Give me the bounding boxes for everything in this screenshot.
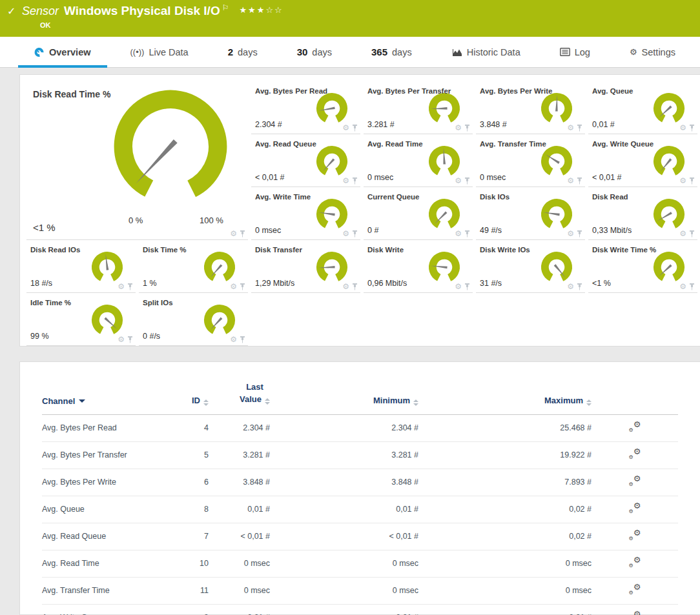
gauge-tile-avg-read-time[interactable]: Avg. Read Time 0 msec ⚙ [364,134,473,187]
pin-icon[interactable] [464,230,470,237]
gear-icon[interactable]: ⚙ [567,177,574,185]
channel-settings-icon[interactable]: ⚙⚙ [629,558,641,568]
gear-icon[interactable]: ⚙ [230,336,237,343]
tab-30-days[interactable]: 30 days [297,46,332,57]
pin-icon[interactable] [689,125,695,132]
channel-settings-icon[interactable]: ⚙⚙ [629,585,641,595]
tab-settings[interactable]: ⚙ Settings [630,47,675,57]
channel-name: Avg. Write Queue [42,604,178,615]
pin-icon[interactable] [464,283,470,290]
gear-icon[interactable]: ⚙ [342,283,349,290]
gauge-value: < 0,01 # [255,173,285,182]
gear-icon[interactable]: ⚙ [679,230,686,237]
gauge-tile-disk-ios[interactable]: Disk IOs 49 #/s ⚙ [476,187,585,240]
gear-icon[interactable]: ⚙ [118,283,125,290]
gear-icon[interactable]: ⚙ [118,336,125,343]
tab-label: Settings [642,47,675,57]
gear-icon[interactable]: ⚙ [342,177,349,185]
tab-overview[interactable]: Overview [34,46,91,57]
gear-icon[interactable]: ⚙ [679,177,686,185]
gauge-value: 49 #/s [480,226,502,235]
channel-settings-icon[interactable]: ⚙⚙ [629,612,641,615]
gauge-tile-avg-write-time[interactable]: Avg. Write Time 0 msec ⚙ [251,187,360,240]
tab-historic-data[interactable]: Historic Data [451,47,520,57]
gauge-value: 31 #/s [480,279,502,288]
pin-icon[interactable] [352,283,358,290]
gear-icon[interactable]: ⚙ [455,283,462,290]
gauge-tile-avg-read-queue[interactable]: Avg. Read Queue < 0,01 # ⚙ [251,134,360,187]
channel-settings-icon[interactable]: ⚙⚙ [629,476,641,487]
gauge-value: < 0,01 # [592,173,622,182]
gear-icon[interactable]: ⚙ [567,124,574,132]
gear-icon[interactable]: ⚙ [230,283,237,290]
pin-icon[interactable] [127,283,133,290]
pin-icon[interactable] [127,336,133,343]
gauge-tile-idle-time-pct[interactable]: Idle Time % 99 % ⚙ [26,293,136,346]
page-title: Windows Physical Disk I/O [64,4,220,18]
gauge-value: 1,29 Mbit/s [255,279,294,288]
pin-icon[interactable] [464,177,470,185]
sort-arrows-icon [413,399,418,406]
gauge-tile-disk-write-time-pct[interactable]: Disk Write Time % <1 % ⚙ [588,240,697,293]
gauge-tile-avg-queue[interactable]: Avg. Queue 0,01 # ⚙ [588,81,697,134]
gauge-tile-disk-transfer[interactable]: Disk Transfer 1,29 Mbit/s ⚙ [251,240,360,293]
gauge-tile-disk-read[interactable]: Disk Read 0,33 Mbit/s ⚙ [588,187,697,240]
gauge-value: 0 msec [367,173,393,182]
gauge-tile-disk-write[interactable]: Disk Write 0,96 Mbit/s ⚙ [364,240,473,293]
gear-icon[interactable]: ⚙ [679,124,686,132]
pin-icon[interactable] [577,125,582,132]
gauge-tile-disk-time-pct[interactable]: Disk Time % 1 % ⚙ [139,240,248,293]
pin-icon[interactable] [577,230,582,237]
pin-icon[interactable] [689,230,695,237]
gauge-label: Avg. Queue [592,87,633,95]
gear-icon[interactable]: ⚙ [567,230,574,237]
gear-icon[interactable]: ⚙ [455,124,462,132]
gauge-tile-disk-write-ios[interactable]: Disk Write IOs 31 #/s ⚙ [476,240,585,293]
pin-icon[interactable] [352,230,358,237]
gauge-tile-avg-write-queue[interactable]: Avg. Write Queue < 0,01 # ⚙ [588,134,697,187]
gear-icon[interactable]: ⚙ [455,177,462,185]
column-header-minimum[interactable]: Minimum [270,381,418,414]
pin-icon[interactable] [352,125,358,132]
column-header-maximum[interactable]: Maximum [418,381,592,414]
priority-stars[interactable]: ★★★☆☆ [239,5,283,15]
gauge-value: 3.848 # [480,120,507,129]
pin-icon[interactable] [577,283,582,290]
channel-settings-icon[interactable]: ⚙⚙ [629,449,641,459]
gear-icon[interactable]: ⚙ [342,124,349,132]
channel-settings-icon[interactable]: ⚙⚙ [629,422,641,432]
main-gauge-tile[interactable]: Disk Read Time % <1 % 0 % 100 % ⚙ [26,81,248,240]
gear-icon[interactable]: ⚙ [679,283,686,290]
gauge-tile-avg-bytes-per-write[interactable]: Avg. Bytes Per Write 3.848 # ⚙ [476,81,585,134]
gauge-tile-split-ios[interactable]: Split IOs 0 #/s ⚙ [139,293,248,346]
pin-icon[interactable] [689,283,695,290]
gauge-tile-current-queue[interactable]: Current Queue 0 # ⚙ [364,187,473,240]
tab-live-data[interactable]: ((•)) Live Data [130,47,189,57]
gauge-tile-avg-bytes-per-read[interactable]: Avg. Bytes Per Read 2.304 # ⚙ [251,81,360,134]
pin-icon[interactable] [689,177,695,185]
tab-log[interactable]: Log [560,47,590,57]
gauge-arc [313,90,351,127]
gear-icon[interactable]: ⚙ [230,230,237,237]
gear-icon[interactable]: ⚙ [567,283,574,290]
pin-icon[interactable] [240,283,245,290]
tab-2-days[interactable]: 2 days [228,46,258,57]
gear-icon[interactable]: ⚙ [455,230,462,237]
pin-icon[interactable] [464,125,470,132]
flag-icon[interactable]: ⚐ [222,3,229,12]
gauge-tile-avg-transfer-time[interactable]: Avg. Transfer Time 0 msec ⚙ [476,134,585,187]
channel-settings-icon[interactable]: ⚙⚙ [629,530,641,541]
tab-365-days[interactable]: 365 days [371,46,412,57]
pin-icon[interactable] [240,230,245,237]
pin-icon[interactable] [352,177,358,185]
gauge-tile-disk-read-ios[interactable]: Disk Read IOs 18 #/s ⚙ [26,240,136,293]
gauge-tile-avg-bytes-per-transfer[interactable]: Avg. Bytes Per Transfer 3.281 # ⚙ [364,81,473,134]
channel-settings-icon[interactable]: ⚙⚙ [629,503,641,514]
column-header-id[interactable]: ID [178,381,209,414]
last-value: 0 msec [209,577,270,604]
gear-icon[interactable]: ⚙ [342,230,349,237]
pin-icon[interactable] [577,177,582,185]
pin-icon[interactable] [240,336,245,343]
column-header-channel[interactable]: Channel [42,381,178,414]
column-header-last-value[interactable]: Last Value [209,381,270,414]
